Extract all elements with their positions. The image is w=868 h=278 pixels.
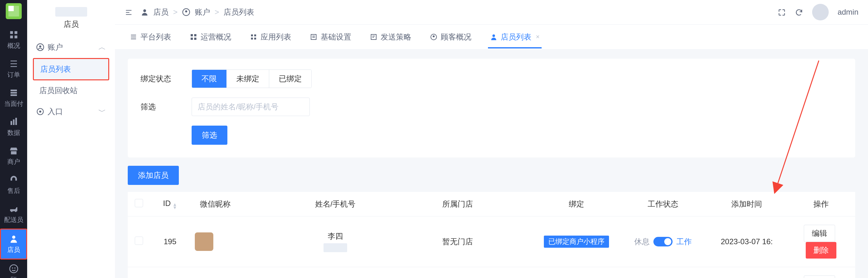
filter-bind-label: 绑定状态 <box>141 74 192 84</box>
nav-label: 订单 <box>7 70 20 79</box>
svg-point-10 <box>12 236 15 239</box>
tab-label: 店员列表 <box>501 32 531 42</box>
person-icon <box>141 8 149 16</box>
breadcrumb-sep: > <box>173 8 178 16</box>
cell-bind: 已绑定公众号已绑定顾客小程序 <box>533 267 619 278</box>
tab-label: 运营概况 <box>200 32 231 42</box>
chevron-down-icon: ﹀ <box>98 106 106 117</box>
tab-customer-overview[interactable]: 顾客概况 <box>428 26 473 48</box>
side-sub-staff-recycle[interactable]: 店员回收站 <box>33 80 109 101</box>
nav-label: 概况 <box>7 41 20 50</box>
nav-customer[interactable]: 顾 <box>0 259 27 278</box>
close-icon[interactable]: × <box>536 33 540 40</box>
delete-button[interactable]: 删除 <box>806 242 836 258</box>
svg-point-18 <box>144 9 146 12</box>
filter-card: 绑定状态 不限 未绑定 已绑定 筛选 筛选 <box>128 59 855 158</box>
svg-rect-6 <box>10 94 17 96</box>
svg-rect-21 <box>191 34 193 36</box>
cell-store: 暂无门店 <box>382 216 534 267</box>
tab-label: 应用列表 <box>260 32 291 42</box>
sort-icon[interactable]: ▲▼ <box>173 203 177 209</box>
phone-text <box>323 243 347 252</box>
edit-button[interactable]: 编辑 <box>804 225 835 242</box>
avatar[interactable] <box>812 4 829 21</box>
staff-table: ID▲▼ 微信昵称 姓名/手机号 所属门店 绑定 工作状态 添加时间 操作 19… <box>128 192 855 278</box>
edit-button[interactable]: 编辑 <box>804 275 835 278</box>
collapse-sidebar-icon[interactable] <box>125 8 133 17</box>
tab-staff-list[interactable]: 店员列表× <box>488 26 541 48</box>
nav-merchant[interactable]: 商户 <box>0 142 27 171</box>
fullscreen-icon[interactable] <box>778 8 786 17</box>
svg-rect-5 <box>10 92 17 94</box>
breadcrumb-item: 店员列表 <box>223 7 254 17</box>
nav-label: 数据 <box>7 129 20 137</box>
svg-point-20 <box>185 10 187 13</box>
side-group-entry[interactable]: 入口 ﹀ <box>33 101 109 123</box>
wechat-avatar <box>195 233 213 251</box>
col-id[interactable]: ID <box>163 199 171 208</box>
breadcrumb-sep: > <box>215 8 219 16</box>
panel-header-image <box>55 7 87 16</box>
seg-all[interactable]: 不限 <box>192 70 226 88</box>
cell-id: 195 <box>150 216 190 267</box>
col-wechat: 微信昵称 <box>200 200 230 208</box>
breadcrumb-item[interactable]: 账户 <box>195 7 210 17</box>
nav-orders[interactable]: 订单 <box>0 55 27 83</box>
username[interactable]: admin <box>838 8 859 16</box>
status-off-label: 休息 <box>634 237 650 247</box>
tab-operation-overview[interactable]: 运营概况 <box>188 26 233 48</box>
svg-rect-27 <box>251 38 253 39</box>
seg-bound[interactable]: 已绑定 <box>269 70 311 88</box>
work-switch[interactable] <box>653 237 673 246</box>
svg-rect-4 <box>10 90 17 91</box>
bind-status-segment: 不限 未绑定 已绑定 <box>192 69 312 88</box>
nav-overview[interactable]: 概况 <box>0 26 27 55</box>
side-group-account[interactable]: 账户 ︿ <box>33 36 109 58</box>
user-circle-icon <box>36 43 44 51</box>
svg-rect-2 <box>10 36 13 39</box>
seg-unbound[interactable]: 未绑定 <box>226 70 269 88</box>
nav-aftersale[interactable]: 售后 <box>0 171 27 200</box>
row-checkbox[interactable] <box>135 237 143 245</box>
tab-label: 顾客概况 <box>441 32 471 42</box>
select-all-checkbox[interactable] <box>135 199 143 207</box>
svg-point-32 <box>433 35 435 37</box>
bind-badge: 已绑定商户小程序 <box>544 236 609 248</box>
nav-label: 商户 <box>7 158 20 166</box>
refresh-icon[interactable] <box>795 8 803 17</box>
cell-id: 194 <box>150 267 190 278</box>
nav-data[interactable]: 数据 <box>0 112 27 142</box>
col-bind: 绑定 <box>569 200 584 208</box>
svg-point-17 <box>39 111 41 113</box>
cell-bind: 已绑定商户小程序 <box>533 216 619 267</box>
col-status: 工作状态 <box>648 200 678 208</box>
tab-platform-list[interactable]: 平台列表 <box>128 26 173 48</box>
name-text: 李四 <box>328 231 343 241</box>
table-row: 194 小 Ceshi1 暂无门店 已绑定公众号已绑定顾客小程序 休息工作 20… <box>128 267 855 278</box>
svg-point-12 <box>12 268 13 269</box>
svg-rect-28 <box>254 38 256 39</box>
svg-rect-7 <box>10 121 12 125</box>
tab-send-policy[interactable]: 发送策略 <box>368 26 413 48</box>
nav-label: 顾 <box>10 275 17 278</box>
svg-rect-9 <box>15 118 17 125</box>
tab-basic-settings[interactable]: 基础设置 <box>308 26 353 48</box>
col-store: 所属门店 <box>442 200 473 208</box>
svg-point-15 <box>39 45 41 48</box>
nav-facepay[interactable]: 当面付 <box>0 83 27 112</box>
add-staff-button[interactable]: 添加店员 <box>128 166 179 185</box>
svg-rect-0 <box>10 31 13 34</box>
search-input[interactable] <box>192 98 310 116</box>
side-sub-staff-list[interactable]: 店员列表 <box>33 58 109 80</box>
filter-submit-button[interactable]: 筛选 <box>192 126 227 145</box>
tab-app-list[interactable]: 应用列表 <box>248 26 293 48</box>
nav-staff[interactable]: 店员 <box>0 229 27 259</box>
nav-courier[interactable]: 配送员 <box>0 200 27 229</box>
svg-rect-25 <box>251 34 253 36</box>
svg-rect-3 <box>14 36 17 39</box>
col-name: 姓名/手机号 <box>315 200 356 208</box>
svg-rect-24 <box>194 38 196 40</box>
breadcrumb-item[interactable]: 店员 <box>153 7 168 17</box>
nav-label: 配送员 <box>4 215 23 224</box>
app-logo[interactable] <box>6 3 22 19</box>
